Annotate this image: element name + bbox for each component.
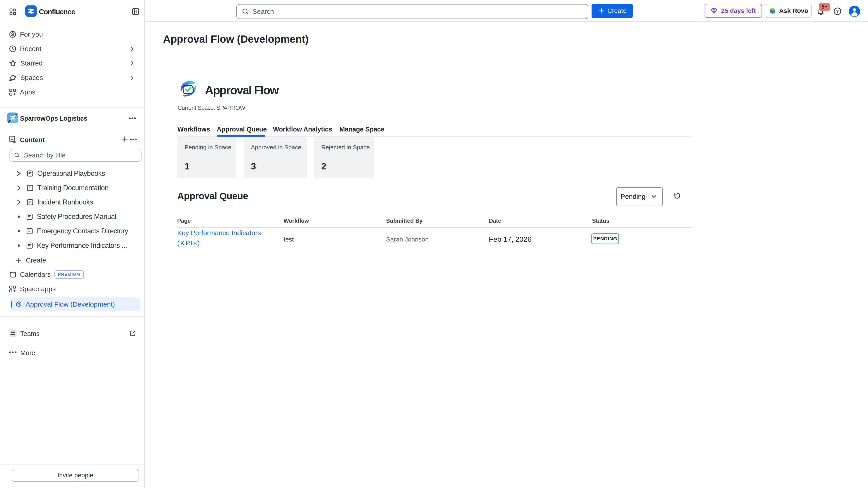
svg-text:?: ? <box>836 9 839 14</box>
